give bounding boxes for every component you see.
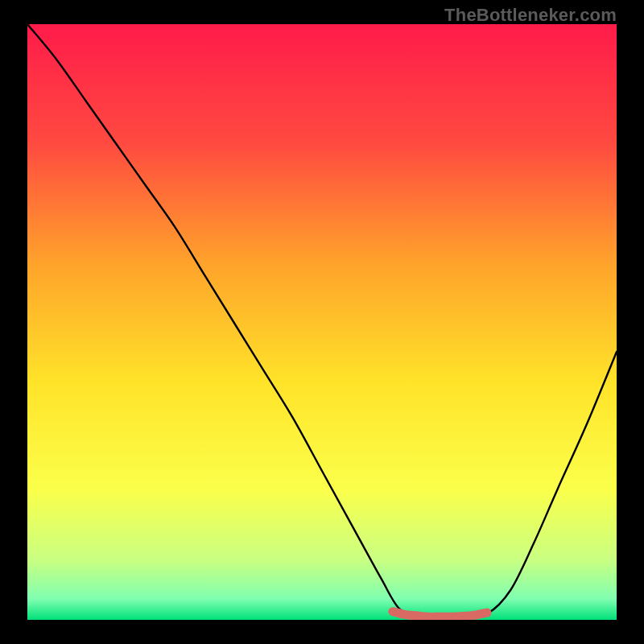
gradient-background	[27, 24, 617, 620]
chart-frame: TheBottleneker.com	[0, 0, 644, 644]
watermark-text: TheBottleneker.com	[444, 5, 617, 26]
chart-svg	[27, 24, 617, 620]
plot-area	[27, 24, 617, 620]
